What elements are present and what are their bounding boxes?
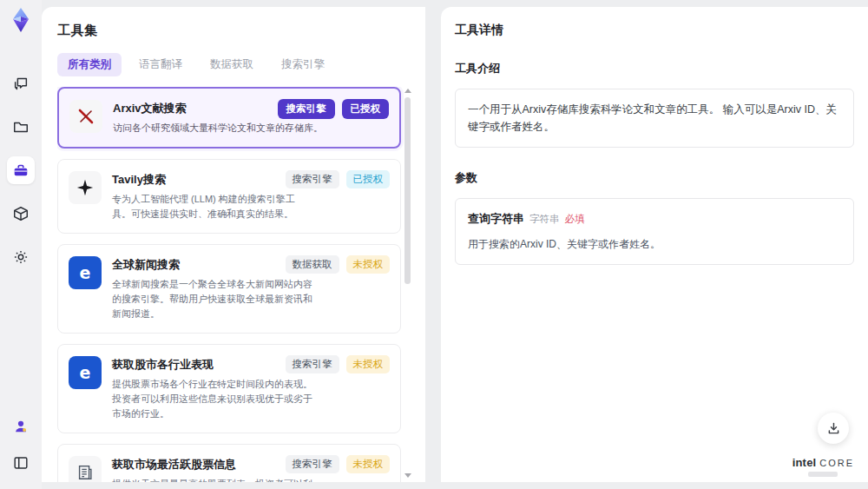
detail-title: 工具详情 <box>455 23 851 38</box>
panel-layout-icon <box>12 454 30 472</box>
scrollbar-thumb[interactable] <box>404 97 411 284</box>
sidebar-item-user[interactable] <box>7 413 35 440</box>
sidebar-item-folder[interactable] <box>7 113 35 141</box>
params-box: 查询字符串字符串必填用于搜索的Arxiv ID、关键字或作者姓名。 <box>455 198 854 265</box>
left-rail <box>0 0 42 489</box>
intro-box: 一个用于从Arxiv存储库搜索科学论文和文章的工具。 输入可以是Arxiv ID… <box>455 89 854 148</box>
gradient-diamond-logo <box>8 7 34 33</box>
sidebar-item-package[interactable] <box>7 200 35 228</box>
user-avatar-icon <box>12 418 30 435</box>
tool-card[interactable]: e获取股市各行业表现提供股票市场各个行业在特定时间段内的表现。投资者可以利用这些… <box>57 344 401 433</box>
param-description: 用于搜索的Arxiv ID、关键字或作者姓名。 <box>468 236 841 253</box>
page-title: 工具集 <box>57 23 411 39</box>
tool-description: 专为人工智能代理 (LLM) 构建的搜索引擎工具。可快速提供实时、准确和真实的结… <box>112 192 390 221</box>
tool-detail-panel: 工具详情 工具介绍 一个用于从Arxiv存储库搜索科学论文和文章的工具。 输入可… <box>441 7 868 482</box>
tool-badges: 数据获取未授权 <box>286 255 391 274</box>
tool-badges: 搜索引擎未授权 <box>286 355 391 373</box>
category-badge: 搜索引擎 <box>286 455 339 473</box>
news-app-icon: e <box>69 356 102 389</box>
tab-category-1[interactable]: 语言翻译 <box>128 53 193 76</box>
chat-bubbles-icon <box>12 75 30 92</box>
auth-status-badge: 已授权 <box>346 170 391 188</box>
brand-intel-text: intel <box>792 456 817 469</box>
intro-heading: 工具介绍 <box>455 61 851 76</box>
tool-badges: 搜索引擎已授权 <box>286 170 391 188</box>
tool-badges: 搜索引擎未授权 <box>286 455 391 473</box>
param-type: 字符串 <box>529 214 560 224</box>
auth-status-badge: 未授权 <box>346 355 391 373</box>
category-badge: 搜索引擎 <box>286 170 339 188</box>
tab-category-3[interactable]: 搜索引擎 <box>271 53 335 76</box>
category-badge: 搜索引擎 <box>286 355 339 373</box>
category-badge: 数据获取 <box>286 255 339 274</box>
auth-status-badge: 未授权 <box>346 255 391 274</box>
category-badge: 搜索引擎 <box>278 99 335 119</box>
folder-icon <box>12 118 30 135</box>
tool-description: 全球新闻搜索是一个聚合全球各大新闻网站内容的搜索引擎。帮助用户快速获取全球最新资… <box>112 277 390 321</box>
tool-list: Arxiv文献搜索访问各个研究领域大量科学论文和文章的存储库。搜索引擎已授权Ta… <box>57 87 411 482</box>
sidebar-item-settings[interactable] <box>7 243 35 271</box>
toolbox-icon <box>12 162 30 179</box>
params-heading: 参数 <box>455 170 851 186</box>
download-button[interactable] <box>818 413 849 444</box>
sidebar-item-chat[interactable] <box>7 69 35 97</box>
newspaper-icon <box>69 456 102 482</box>
rail-nav <box>7 69 35 271</box>
sidebar-item-toolbox[interactable] <box>7 156 35 184</box>
tool-card[interactable]: Tavily搜索专为人工智能代理 (LLM) 构建的搜索引擎工具。可快速提供实时… <box>57 159 401 234</box>
list-scrollbar[interactable] <box>404 87 411 479</box>
auth-status-badge: 已授权 <box>342 99 390 119</box>
param-required-label: 必填 <box>565 214 585 224</box>
scroll-up-arrow-icon[interactable] <box>404 89 411 93</box>
brand-subtext <box>808 472 838 477</box>
tool-description: 访问各个研究领域大量科学论文和文章的存储库。 <box>113 121 389 135</box>
tool-card[interactable]: 获取市场最活跃股票信息提供当天交易量最高的股票列表，投资者可以利用这些信息来识别… <box>57 444 401 482</box>
sidebar-item-collapse-panel[interactable] <box>7 449 35 477</box>
tool-badges: 搜索引擎已授权 <box>278 99 390 119</box>
news-app-icon: e <box>69 256 102 289</box>
tab-category-0[interactable]: 所有类别 <box>57 53 122 76</box>
tool-description: 提供当天交易量最高的股票列表，投资者可以利用这些信息来识别流动性强的股票和潜在的… <box>112 477 390 482</box>
rail-bottom <box>7 413 35 477</box>
tab-category-2[interactable]: 数据获取 <box>200 53 264 76</box>
param-row: 查询字符串字符串必填用于搜索的Arxiv ID、关键字或作者姓名。 <box>468 210 841 253</box>
tool-list-panel: 工具集 所有类别语言翻译数据获取搜索引擎 Arxiv文献搜索访问各个研究领域大量… <box>42 7 425 482</box>
tool-description: 提供股票市场各个行业在特定时间段内的表现。投资者可以利用这些信息来识别表现优于或… <box>112 377 390 421</box>
brand-core-text: core <box>819 458 854 468</box>
download-tray-icon <box>826 421 841 436</box>
param-name: 查询字符串 <box>468 212 524 225</box>
category-tabs: 所有类别语言翻译数据获取搜索引擎 <box>57 53 411 76</box>
tool-card[interactable]: Arxiv文献搜索访问各个研究领域大量科学论文和文章的存储库。搜索引擎已授权 <box>57 87 401 149</box>
tool-card[interactable]: e全球新闻搜索全球新闻搜索是一个聚合全球各大新闻网站内容的搜索引擎。帮助用户快速… <box>57 244 401 334</box>
scroll-down-arrow-icon[interactable] <box>404 473 411 478</box>
app-logo[interactable] <box>8 7 34 33</box>
package-cube-icon <box>12 205 30 222</box>
gear-icon <box>12 248 30 266</box>
auth-status-badge: 未授权 <box>346 455 391 473</box>
arxiv-logo-icon <box>69 100 102 133</box>
brand-logo: intel core <box>792 457 854 477</box>
tavily-star-icon <box>69 171 102 204</box>
